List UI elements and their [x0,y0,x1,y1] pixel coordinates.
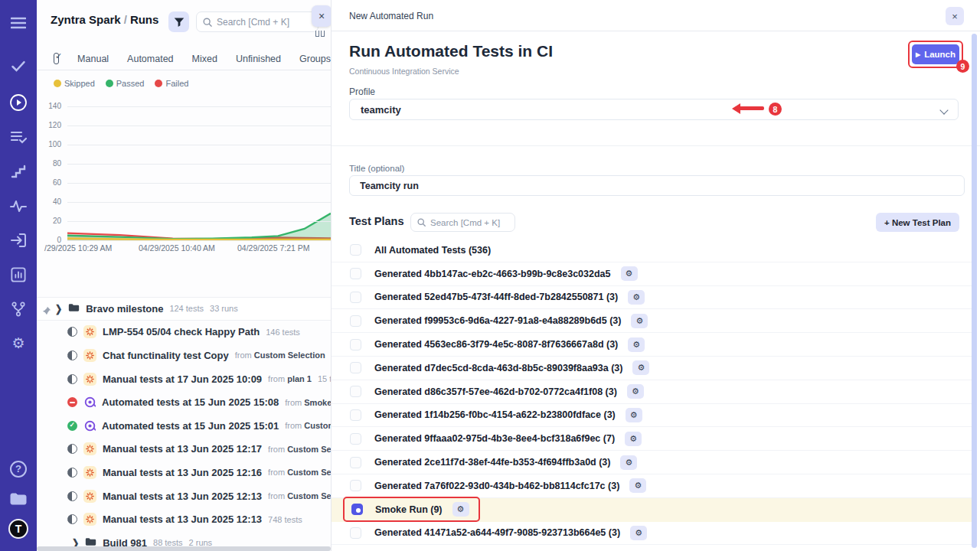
tab-manual[interactable]: Manual [77,54,109,64]
runs-play-icon[interactable] [0,87,37,117]
test-plan-row[interactable]: Generated 7a76f022-93d0-434b-b462-bb8114… [332,474,972,498]
tests-check-icon[interactable] [0,51,37,81]
test-plan-label[interactable]: Generated 4bb147ac-eb2c-4663-b99b-9c8e3c… [374,269,611,279]
run-row[interactable]: Manual tests at 13 Jun 2025 12:16from Cu… [37,461,331,484]
test-plan-label[interactable]: All Automated Tests (536) [374,245,491,256]
vertical-scrollbar[interactable] [972,34,977,548]
test-plan-label[interactable]: Generated f99953c6-9d6a-4227-91a8-e4a882… [374,315,621,326]
gear-icon[interactable]: ⚙ [628,290,645,305]
test-plan-checkbox[interactable] [351,504,363,515]
test-plan-row[interactable]: Generated d7dec5cd-8cda-463d-8b5c-89039f… [332,357,972,380]
test-plan-checkbox[interactable] [350,339,361,350]
test-plan-checkbox[interactable] [350,433,361,445]
test-plan-checkbox[interactable] [350,527,361,539]
gear-icon[interactable]: ⚙ [627,384,644,399]
test-plan-label[interactable]: Generated 7a76f022-93d0-434b-b462-bb8114… [374,481,619,491]
tab-automated[interactable]: Automated [127,54,173,64]
test-plan-row[interactable]: Generated f99953c6-9d6a-4227-91a8-e4a882… [332,309,972,333]
launch-button[interactable]: ▶ Launch [912,44,959,64]
test-plan-label[interactable]: Generated d7dec5cd-8cda-463d-8b5c-89039f… [374,363,622,373]
gear-icon[interactable]: ⚙ [628,337,645,352]
test-plan-row[interactable]: Smoke Run (9)⚙ [332,498,972,522]
gear-icon[interactable]: ⚙ [620,455,637,470]
breadcrumb[interactable]: Zyntra Spark/Runs [51,13,158,26]
filter-button[interactable] [168,11,189,32]
test-plan-checkbox[interactable] [350,409,361,421]
test-plan-row[interactable]: Generated 9ffaaa02-975d-4b3e-8ee4-bcf318… [332,427,972,451]
test-plan-checkbox[interactable] [350,362,361,373]
branch-icon[interactable] [0,294,37,324]
run-title[interactable]: Chat functinality test Copy [103,350,229,361]
test-plan-label[interactable]: Generated 9ffaaa02-975d-4b3e-8ee4-bcf318… [374,433,615,444]
select-all-icon[interactable] [54,53,59,64]
title-field[interactable] [349,175,965,196]
test-plan-row[interactable]: Generated 1f14b256-f0bc-4154-a622-b23800… [332,404,972,428]
test-plan-row[interactable]: Generated 41471a52-a644-49f7-9085-923713… [332,522,972,546]
tab-mixed[interactable]: Mixed [192,54,217,64]
test-plan-row[interactable]: Generated d86c357f-57ee-462d-b702-0772ca… [332,380,972,404]
run-title[interactable]: Manual tests at 13 Jun 2025 12:16 [103,467,262,478]
close-icon[interactable]: × [946,7,964,25]
run-title[interactable]: Automated tests at 15 Jun 2025 15:08 [102,396,279,408]
test-plans-search-input[interactable]: Search [Cmd + K] [410,213,515,232]
run-title[interactable]: Manual tests at 13 Jun 2025 12:13 [103,514,262,525]
gear-icon[interactable]: ⚙ [629,478,646,493]
run-row[interactable]: Manual tests at 13 Jun 2025 12:17from Cu… [37,438,331,461]
test-plan-label[interactable]: Generated d86c357f-57ee-462d-b702-0772ca… [374,386,617,397]
group-title[interactable]: Bravo milestone [86,303,163,315]
test-plan-label[interactable]: Generated 41471a52-a644-49f7-9085-923713… [374,527,620,538]
import-icon[interactable] [0,225,37,255]
horizontal-scrollbar[interactable] [37,546,331,551]
runs-search-input[interactable]: Search [Cmd + K] [196,11,318,32]
test-plan-row[interactable]: Generated 2ce11f7d-38ef-44fe-b353-4f694f… [332,451,972,474]
tab-groups[interactable]: Groups [299,54,331,64]
activity-pulse-icon[interactable] [0,191,37,220]
test-plan-checkbox[interactable] [350,268,361,279]
group-row[interactable]: ❯Bravo milestone124 tests33 runs [37,297,331,321]
test-plan-checkbox[interactable] [350,386,361,397]
profile-select[interactable]: teamcity [349,99,959,120]
test-plan-label[interactable]: Generated 4563ec86-3f79-4e5c-8087-8f7636… [374,339,618,350]
projects-folder-icon[interactable] [0,484,37,514]
run-row[interactable]: Manual tests at 13 Jun 2025 12:13from Cu… [37,484,331,508]
breadcrumb-project[interactable]: Zyntra Spark [51,13,121,26]
test-plan-checkbox[interactable] [350,457,361,468]
tab-unfinished[interactable]: Unfinished [236,54,281,64]
gear-icon[interactable]: ⚙ [626,408,642,422]
run-row[interactable]: Manual tests at 17 Jun 2025 10:09from pl… [37,367,331,391]
breadcrumb-page[interactable]: Runs [130,13,159,26]
list-check-icon[interactable] [0,122,37,152]
menu-icon[interactable] [0,8,37,37]
new-test-plan-button[interactable]: + New Test Plan [876,213,959,232]
gear-icon[interactable]: ⚙ [621,266,638,281]
run-row[interactable]: Manual tests at 13 Jun 2025 12:13748 tes… [37,507,331,531]
test-plan-label[interactable]: Smoke Run (9) [375,504,443,515]
gear-icon[interactable]: ⚙ [452,502,469,517]
gear-icon[interactable]: ⚙ [625,432,642,446]
test-plan-row[interactable]: Generated 52ed47b5-473f-44ff-8ded-7b2842… [332,286,972,310]
test-plan-label[interactable]: Generated 1f14b256-f0bc-4154-a622-b23800… [374,409,616,420]
steps-icon[interactable] [0,156,37,186]
test-plan-label[interactable]: Generated 52ed47b5-473f-44ff-8ded-7b2842… [374,292,618,302]
chevron-right-icon[interactable]: ❯ [55,302,62,315]
run-row[interactable]: Automated tests at 15 Jun 2025 15:01from… [37,414,331,438]
run-title[interactable]: Manual tests at 17 Jun 2025 10:09 [103,373,262,385]
test-plan-checkbox[interactable] [350,292,361,303]
app-logo[interactable]: T [0,514,37,543]
close-icon[interactable]: × [312,5,332,27]
run-title[interactable]: Automated tests at 15 Jun 2025 15:01 [102,420,279,432]
test-plan-checkbox[interactable] [350,480,361,491]
test-plan-row[interactable]: Generated 4563ec86-3f79-4e5c-8087-8f7636… [332,333,972,357]
analytics-bars-icon[interactable] [0,259,37,289]
test-plan-row[interactable]: All Automated Tests (536) [332,239,972,262]
help-icon[interactable]: ? [0,454,37,484]
test-plan-checkbox[interactable] [350,244,361,256]
settings-gear-icon[interactable]: ⚙ [0,328,37,358]
run-row[interactable]: Automated tests at 15 Jun 2025 15:08from… [37,390,331,414]
run-row[interactable]: LMP-554 05/04 check Happy Path146 tests [37,321,331,344]
gear-icon[interactable]: ⚙ [631,314,648,328]
run-title[interactable]: Manual tests at 13 Jun 2025 12:13 [103,491,262,502]
run-title[interactable]: Manual tests at 13 Jun 2025 12:17 [103,443,262,455]
test-plan-row[interactable]: Generated 4bb147ac-eb2c-4663-b99b-9c8e3c… [332,262,972,286]
gear-icon[interactable]: ⚙ [630,526,647,540]
